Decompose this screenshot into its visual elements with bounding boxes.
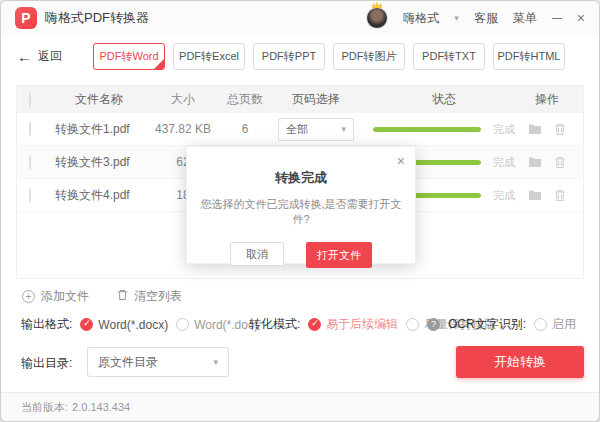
ocr-enable-option[interactable]: 启用 [534, 316, 576, 333]
cancel-button[interactable]: 取消 [230, 242, 284, 266]
tab-bar: PDF转Word PDF转Excel PDF转PPT PDF转图片 PDF转TX… [93, 43, 565, 70]
title-bar: P 嗨格式PDF转换器 嗨格式 ▾ 客服 菜单 ─ × [1, 1, 599, 35]
clear-list-button[interactable]: 清空列表 [117, 288, 182, 305]
back-button[interactable]: ← 返回 [17, 48, 62, 65]
header-size: 大小 [143, 91, 223, 108]
ocr-help-icon[interactable]: ? [427, 318, 440, 331]
output-format-label: 输出格式: [21, 316, 72, 333]
header-page-select: 页码选择 [267, 91, 365, 108]
close-button[interactable]: × [577, 11, 585, 25]
open-file-button[interactable]: 打开文件 [306, 242, 372, 268]
app-window: P 嗨格式PDF转换器 嗨格式 ▾ 客服 菜单 ─ × ← 返回 PDF转Wor… [0, 0, 600, 422]
start-convert-button[interactable]: 开始转换 [456, 346, 584, 378]
chevron-down-icon: ▾ [341, 124, 346, 134]
output-row: 输出目录: 原文件目录 ▾ 开始转换 [1, 346, 599, 378]
converter-tab[interactable]: PDF转HTML [493, 43, 565, 70]
tab-label: PDF转Excel [179, 49, 239, 64]
file-size: 437.82 KB [143, 122, 223, 136]
username[interactable]: 嗨格式 [403, 10, 439, 27]
page-range-select[interactable]: 全部 ▾ [278, 118, 354, 141]
conversion-complete-dialog: × 转换完成 您选择的文件已完成转换,是否需要打开文件? 取消 打开文件 [186, 146, 416, 264]
tab-label: PDF转TXT [422, 49, 476, 64]
delete-icon[interactable] [554, 189, 566, 202]
convert-mode-label: 转化模式: [249, 316, 300, 333]
status-label: 完成 [493, 122, 515, 137]
plus-circle-icon: + [22, 290, 35, 303]
status-label: 完成 [493, 188, 515, 203]
crown-icon [371, 1, 383, 9]
ocr-label: OCR文字识别: [448, 316, 526, 333]
header-ops: 操作 [523, 91, 571, 108]
open-folder-icon[interactable] [528, 189, 542, 202]
open-folder-icon[interactable] [528, 123, 542, 136]
table-header: 文件名称 大小 总页数 页码选择 状态 操作 [17, 86, 583, 113]
select-all-checkbox[interactable] [29, 92, 31, 108]
row-checkbox[interactable] [29, 187, 31, 203]
tab-label: PDF转PPT [262, 49, 316, 64]
open-folder-icon[interactable] [528, 156, 542, 169]
format-option-docx[interactable]: Word(*.docx) [80, 318, 168, 332]
output-dir-label: 输出目录: [21, 355, 72, 372]
status-label: 完成 [493, 155, 515, 170]
dialog-close-icon[interactable]: × [397, 154, 405, 168]
converter-tab[interactable]: PDF转图片 [333, 43, 405, 70]
tab-label: PDF转图片 [342, 49, 397, 64]
version-label: 当前版本: [21, 400, 68, 415]
support-link[interactable]: 客服 [474, 10, 498, 27]
dialog-message: 您选择的文件已完成转换,是否需要打开文件? [187, 197, 415, 227]
back-label: 返回 [38, 48, 62, 65]
radio-mode-layout[interactable] [406, 318, 419, 331]
app-title: 嗨格式PDF转换器 [45, 9, 149, 27]
header-name: 文件名称 [55, 91, 143, 108]
trash-icon [117, 289, 128, 304]
mode-edit-label: 易于后续编辑 [326, 316, 398, 333]
user-avatar[interactable] [366, 7, 388, 29]
converter-tab[interactable]: PDF转Excel [173, 43, 245, 70]
header-pages: 总页数 [223, 91, 267, 108]
list-actions: + 添加文件 清空列表 [22, 288, 182, 305]
file-name: 转换文件3.pdf [55, 154, 143, 171]
row-checkbox[interactable] [29, 121, 31, 137]
page-range-value: 全部 [286, 122, 308, 137]
radio-doc[interactable] [176, 318, 189, 331]
file-name: 转换文件1.pdf [55, 121, 143, 138]
table-row: 转换文件1.pdf 437.82 KB 6 全部 ▾ 完成 [17, 113, 583, 146]
file-name: 转换文件4.pdf [55, 187, 143, 204]
delete-icon[interactable] [554, 156, 566, 169]
output-dir-value: 原文件目录 [98, 354, 158, 371]
chevron-down-icon[interactable]: ▾ [454, 13, 459, 23]
radio-mode-edit[interactable] [308, 318, 321, 331]
output-dir-select[interactable]: 原文件目录 ▾ [87, 347, 229, 377]
converter-tab[interactable]: PDF转Word [93, 43, 165, 70]
tab-label: PDF转HTML [498, 49, 561, 64]
header-status: 状态 [365, 91, 523, 108]
nav-row: ← 返回 PDF转Word PDF转Excel PDF转PPT PDF转图片 P… [17, 43, 584, 70]
radio-docx[interactable] [80, 318, 93, 331]
file-pages: 6 [223, 122, 267, 136]
add-file-button[interactable]: + 添加文件 [22, 288, 89, 305]
progress-bar [373, 127, 481, 132]
minimize-button[interactable]: ─ [552, 11, 562, 25]
mode-option-edit[interactable]: 易于后续编辑 [308, 316, 398, 333]
options-row: 输出格式: Word(*.docx) Word(*.doc) 转化模式: 易于后… [1, 316, 599, 334]
app-logo-icon: P [15, 7, 37, 29]
row-checkbox[interactable] [29, 154, 31, 170]
version-value: 2.0.143.434 [72, 401, 130, 413]
converter-tab[interactable]: PDF转TXT [413, 43, 485, 70]
delete-icon[interactable] [554, 123, 566, 136]
tab-label: PDF转Word [99, 49, 158, 64]
add-file-label: 添加文件 [41, 288, 89, 305]
footer: 当前版本: 2.0.143.434 [1, 392, 599, 421]
dialog-title: 转换完成 [187, 169, 415, 187]
ocr-enable-label: 启用 [552, 316, 576, 333]
menu-link[interactable]: 菜单 [513, 10, 537, 27]
back-arrow-icon: ← [17, 48, 32, 65]
format-option-doc[interactable]: Word(*.doc) [176, 318, 258, 332]
radio-ocr-enable[interactable] [534, 318, 547, 331]
format-docx-label: Word(*.docx) [98, 318, 168, 332]
converter-tab[interactable]: PDF转PPT [253, 43, 325, 70]
clear-list-label: 清空列表 [134, 288, 182, 305]
chevron-down-icon: ▾ [213, 357, 218, 367]
